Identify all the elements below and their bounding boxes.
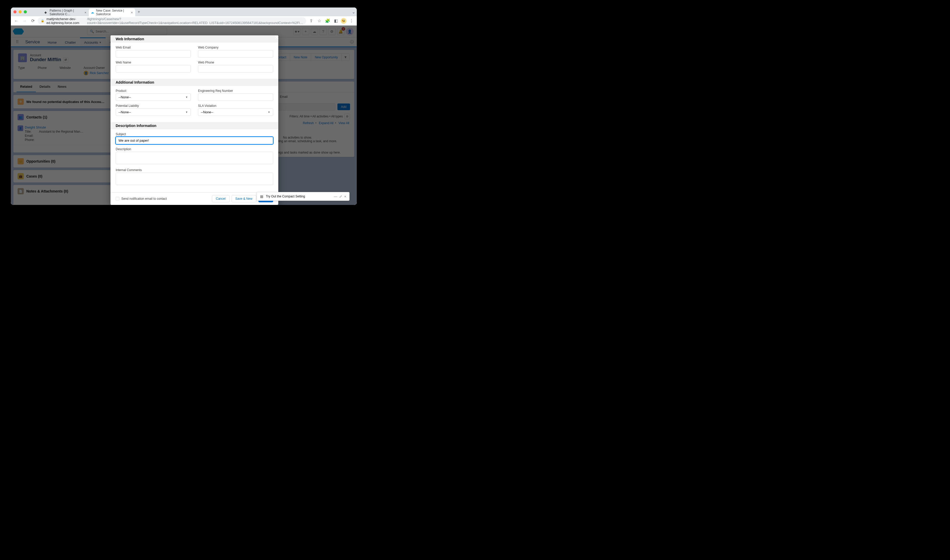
forward-button[interactable]: → [21, 18, 28, 24]
compact-setting-toast: ▦ Try Out the Compact Setting — ⤢ × [257, 192, 350, 201]
traffic-lights [14, 10, 27, 14]
toast-expand-icon[interactable]: ⤢ [339, 195, 342, 198]
notify-checkbox[interactable] [115, 197, 119, 200]
product-label: Product [115, 89, 191, 93]
toast-minimize-icon[interactable]: — [334, 195, 337, 198]
maximize-window-button[interactable] [24, 10, 27, 14]
web-company-label: Web Company [198, 46, 273, 49]
subject-label: Subject [115, 132, 273, 136]
sla-violation-label: SLA Violation [198, 104, 273, 108]
notify-checkbox-wrap[interactable]: Send notification email to contact [115, 197, 167, 200]
web-name-input[interactable] [115, 65, 191, 72]
liability-select[interactable]: --None--▼ [115, 108, 191, 116]
web-company-input[interactable] [198, 50, 273, 58]
reload-button[interactable]: ⟳ [29, 18, 36, 24]
share-icon[interactable]: ⇪ [308, 18, 314, 24]
chevron-down-icon: ▼ [185, 96, 188, 98]
browser-tab-inactive[interactable]: ◆ Patterns | Graph | Salesforce C… × [42, 9, 89, 16]
new-case-modal: Web Information Web Email Web Name Web C… [111, 35, 278, 205]
profile-icon[interactable]: 🐝 [341, 18, 346, 24]
toast-text: Try Out the Compact Setting [266, 195, 305, 198]
eng-req-label: Engineering Req Number [198, 89, 273, 93]
lock-icon: 🔒 [41, 19, 45, 22]
panel-icon[interactable]: ◧ [333, 18, 339, 24]
web-info-header: Web Information [111, 35, 278, 43]
minimize-window-button[interactable] [18, 10, 22, 14]
eng-req-input[interactable] [198, 94, 273, 101]
star-icon[interactable]: ☆ [316, 18, 323, 24]
web-email-input[interactable] [115, 50, 191, 58]
browser-addressbar: ← → ⟳ 🔒 mattjmitchener-dev-ed.lightning.… [11, 16, 357, 26]
web-phone-label: Web Phone [198, 61, 273, 64]
web-name-label: Web Name [115, 61, 191, 64]
tab-favicon: ◆ [45, 11, 48, 14]
modal-close-button[interactable]: × [275, 33, 279, 42]
description-info-header: Description Information [111, 122, 278, 129]
url-field[interactable]: 🔒 mattjmitchener-dev-ed.lightning.force.… [38, 17, 306, 25]
chevron-down-icon: ▼ [268, 111, 270, 114]
browser-tabbar: ◆ Patterns | Graph | Salesforce C… × ☁ N… [11, 8, 357, 16]
tab-favicon: ☁ [91, 11, 94, 14]
description-textarea[interactable] [115, 152, 273, 164]
close-tab-icon[interactable]: × [130, 11, 133, 14]
tab-title: Patterns | Graph | Salesforce C… [49, 9, 83, 16]
url-text-dark: mattjmitchener-dev-ed.lightning.force.co… [46, 17, 85, 25]
internal-comments-label: Internal Comments [115, 168, 273, 172]
close-window-button[interactable] [14, 10, 17, 14]
browser-window: ◆ Patterns | Graph | Salesforce C… × ☁ N… [11, 8, 357, 205]
browser-tab-active[interactable]: ☁ New Case: Service | Salesforce × [89, 9, 135, 16]
toast-close-icon[interactable]: × [344, 195, 346, 198]
url-text-light: /lightning/o/Case/new?count=3&nooverride… [87, 17, 303, 25]
modal-footer: Send notification email to contact Cance… [111, 192, 278, 205]
tabs-overflow-icon[interactable]: ⌄ [350, 9, 357, 15]
internal-comments-textarea[interactable] [115, 173, 273, 185]
cancel-button[interactable]: Cancel [212, 195, 229, 202]
layout-icon: ▦ [260, 194, 263, 198]
close-tab-icon[interactable]: × [84, 11, 87, 14]
chevron-down-icon: ▼ [185, 111, 188, 114]
description-label: Description [115, 147, 273, 151]
sla-violation-select[interactable]: --None--▼ [198, 108, 273, 116]
extensions-icon[interactable]: 🧩 [324, 18, 331, 24]
web-phone-input[interactable] [198, 65, 273, 72]
notify-label: Send notification email to contact [121, 197, 167, 200]
menu-icon[interactable]: ⋮ [348, 18, 355, 24]
save-new-button[interactable]: Save & New [232, 195, 256, 202]
back-button[interactable]: ← [13, 18, 20, 24]
new-tab-button[interactable]: + [135, 8, 143, 15]
tab-title: New Case: Service | Salesforce [96, 9, 129, 16]
subject-input[interactable] [115, 137, 273, 144]
product-select[interactable]: --None--▼ [115, 94, 191, 101]
additional-info-header: Additional Information [111, 79, 278, 86]
web-email-label: Web Email [115, 46, 191, 49]
liability-label: Potential Liability [115, 104, 191, 108]
